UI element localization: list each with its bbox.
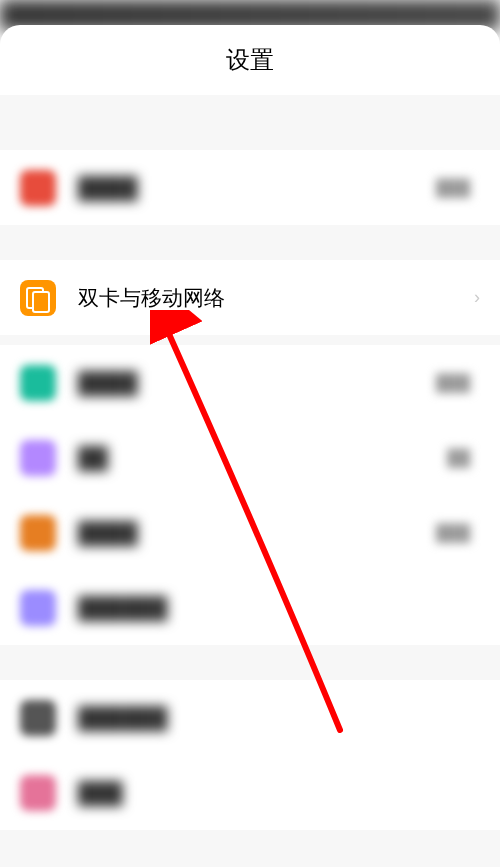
item-label-blurred: ████: [78, 521, 436, 545]
page-title: 设置: [226, 44, 274, 76]
settings-item-blurred-4[interactable]: ████ ███: [0, 495, 500, 570]
item-value-blurred: ███: [436, 179, 470, 197]
item-label-blurred: ████: [78, 176, 436, 200]
item-label-blurred: ██████: [78, 706, 480, 730]
chevron-right-icon: ›: [474, 287, 480, 308]
header: 设置: [0, 25, 500, 95]
item-value-blurred: ██: [447, 449, 470, 467]
item-label-blurred: ██████: [78, 596, 480, 620]
item-icon: [20, 365, 56, 401]
item-label: 双卡与移动网络: [78, 284, 474, 312]
settings-item-blurred-1[interactable]: ████ ███: [0, 150, 500, 225]
settings-item-blurred-3[interactable]: ██ ██: [0, 420, 500, 495]
sim-card-icon: [20, 280, 56, 316]
item-label-blurred: ██: [78, 446, 447, 470]
settings-item-dual-sim[interactable]: 双卡与移动网络 ›: [0, 260, 500, 335]
item-icon: [20, 775, 56, 811]
item-icon: [20, 515, 56, 551]
settings-item-blurred-6[interactable]: ██████: [0, 680, 500, 755]
item-icon: [20, 700, 56, 736]
item-icon: [20, 440, 56, 476]
item-value-blurred: ███: [436, 374, 470, 392]
item-label-blurred: ███: [78, 781, 480, 805]
settings-list: ████ ███ 双卡与移动网络 › ████ ███ ██ ██ ████ █…: [0, 115, 500, 830]
settings-item-blurred-2[interactable]: ████ ███: [0, 345, 500, 420]
item-label-blurred: ████: [78, 371, 436, 395]
item-icon: [20, 170, 56, 206]
settings-item-blurred-7[interactable]: ███: [0, 755, 500, 830]
item-icon: [20, 590, 56, 626]
settings-item-blurred-5[interactable]: ██████: [0, 570, 500, 645]
item-value-blurred: ███: [436, 524, 470, 542]
